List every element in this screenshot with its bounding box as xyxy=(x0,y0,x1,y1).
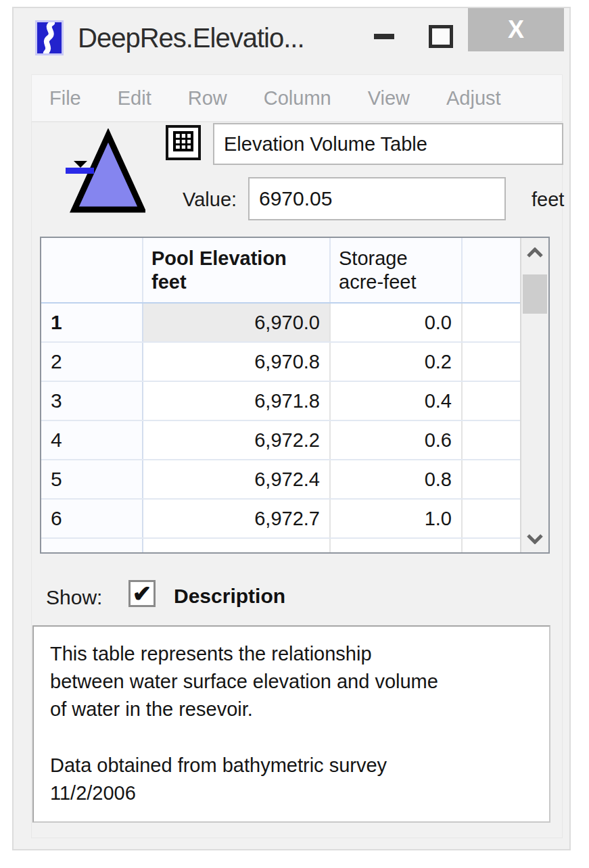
col-header-pool-elevation[interactable]: Pool Elevationfeet xyxy=(143,238,331,302)
dialog-window: DeepRes.Elevatio... X File Edit Row Colu… xyxy=(12,7,571,850)
cell-storage[interactable]: 0.8 xyxy=(331,460,463,498)
menu-edit[interactable]: Edit xyxy=(118,87,151,110)
title-bar[interactable]: DeepRes.Elevatio... X xyxy=(14,8,569,73)
cell-storage[interactable]: 0.4 xyxy=(331,382,463,420)
menu-file[interactable]: File xyxy=(49,87,81,110)
row-number[interactable]: 4 xyxy=(41,421,143,459)
cell-elevation-selected[interactable]: 6,970.0 xyxy=(143,304,331,341)
table-name-value: Elevation Volume Table xyxy=(224,133,427,155)
reservoir-triangle-icon xyxy=(51,128,145,216)
description-checkbox[interactable]: ✔ xyxy=(128,580,156,607)
table-header-row: Pool Elevationfeet Storageacre-feet xyxy=(41,238,520,304)
maximize-button[interactable] xyxy=(429,25,453,48)
vertical-scrollbar[interactable] xyxy=(520,238,548,552)
table-row[interactable]: 5 6,972.4 0.8 xyxy=(41,460,520,500)
scrollbar-thumb[interactable] xyxy=(523,274,547,314)
table-row[interactable]: 3 6,971.8 0.4 xyxy=(41,382,520,421)
row-number[interactable]: 2 xyxy=(41,343,143,381)
cell-storage[interactable]: 0.2 xyxy=(331,343,463,381)
value-text: 6970.05 xyxy=(259,187,332,210)
description-textarea[interactable]: This table represents the relationship b… xyxy=(32,625,550,823)
row-number[interactable]: 1 xyxy=(41,304,143,341)
close-button[interactable]: X xyxy=(468,8,564,51)
corner-header-cell xyxy=(41,238,143,302)
cell-storage[interactable]: 0.6 xyxy=(331,421,463,459)
table-row-partial xyxy=(41,539,520,554)
elevation-volume-table: Pool Elevationfeet Storageacre-feet 1 6,… xyxy=(40,237,550,554)
close-icon: X xyxy=(508,16,524,44)
menu-row[interactable]: Row xyxy=(188,87,227,110)
filler-header-cell xyxy=(463,238,520,302)
show-label: Show: xyxy=(46,586,102,609)
table-row[interactable]: 4 6,972.2 0.6 xyxy=(41,421,520,460)
minimize-button[interactable] xyxy=(374,34,394,39)
cell-elevation[interactable]: 6,971.8 xyxy=(143,382,331,420)
cell-storage[interactable]: 0.0 xyxy=(331,304,463,341)
cell-elevation[interactable]: 6,972.7 xyxy=(143,500,331,537)
app-river-logo-icon xyxy=(35,20,64,55)
chevron-down-icon[interactable] xyxy=(521,533,548,544)
table-grid-button[interactable] xyxy=(166,125,201,160)
menu-view[interactable]: View xyxy=(368,87,410,110)
description-checkbox-label[interactable]: Description xyxy=(174,585,285,608)
row-number[interactable]: 6 xyxy=(41,500,143,537)
value-label: Value: xyxy=(183,189,245,211)
table-row[interactable]: 2 6,970.8 0.2 xyxy=(41,343,520,382)
value-input[interactable]: 6970.05 xyxy=(248,177,506,220)
table-name-input[interactable]: Elevation Volume Table xyxy=(213,123,563,165)
cell-storage[interactable]: 1.0 xyxy=(331,500,463,537)
chevron-up-icon[interactable] xyxy=(521,247,548,258)
table-row[interactable]: 6 6,972.7 1.0 xyxy=(41,500,520,539)
cell-elevation[interactable]: 6,972.2 xyxy=(143,421,331,459)
window-title: DeepRes.Elevatio... xyxy=(78,23,304,53)
menu-adjust[interactable]: Adjust xyxy=(446,87,501,110)
checkmark-icon: ✔ xyxy=(133,582,152,605)
row-number[interactable]: 5 xyxy=(41,460,143,498)
table-row[interactable]: 1 6,970.0 0.0 xyxy=(41,304,520,343)
unit-label: feet xyxy=(532,189,564,211)
menu-column[interactable]: Column xyxy=(264,87,331,110)
menu-bar: File Edit Row Column View Adjust xyxy=(31,74,563,122)
grid-icon xyxy=(172,130,194,155)
row-number[interactable]: 3 xyxy=(41,382,143,420)
cell-elevation[interactable]: 6,972.4 xyxy=(143,460,331,498)
cell-elevation[interactable]: 6,970.8 xyxy=(143,343,331,381)
col-header-storage[interactable]: Storageacre-feet xyxy=(331,238,463,302)
